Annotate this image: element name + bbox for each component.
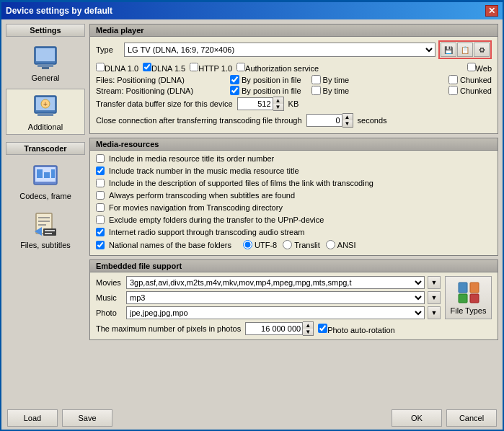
order-num-label: Include in media resource title its orde… xyxy=(109,154,274,163)
http10-label: HTTP 1.0 xyxy=(198,64,232,73)
national-names-checkbox[interactable] xyxy=(96,241,105,249)
dlna15-checkbox[interactable] xyxy=(143,63,151,71)
buffer-input[interactable] xyxy=(237,97,273,110)
ansi-radio[interactable] xyxy=(326,240,335,249)
close-spin-up[interactable]: ▲ xyxy=(342,114,353,120)
movies-browse-btn[interactable]: ▼ xyxy=(428,276,441,289)
max-pixels-spin-down[interactable]: ▼ xyxy=(303,329,313,335)
always-transcode-row[interactable]: Always perform transcoding when subtitle… xyxy=(96,191,492,200)
max-pixels-label: The maximum number of pixels in photos xyxy=(96,324,241,333)
files-chunked-label[interactable]: Chunked xyxy=(448,75,492,84)
music-row: Music mp3 ▼ xyxy=(96,291,441,304)
http10-checkbox[interactable] xyxy=(190,63,198,71)
photo-select[interactable]: jpe,jpeg,jpg,mpo xyxy=(126,306,425,319)
close-input[interactable] xyxy=(306,114,342,127)
max-pixels-spinbox-wrapper: ▲ ▼ xyxy=(245,321,314,336)
transcoder-group-label: Transcoder xyxy=(6,142,85,155)
load-button[interactable]: Load xyxy=(7,409,58,427)
ansi-radio-label[interactable]: ANSI xyxy=(326,240,356,249)
additional-icon: + xyxy=(31,92,60,121)
translit-radio[interactable] xyxy=(283,240,292,249)
description-checkbox[interactable] xyxy=(96,179,105,187)
buffer-row: Transfer data buffer size for this devic… xyxy=(96,97,492,111)
files-by-position-checkbox[interactable] xyxy=(230,75,239,84)
sidebar-item-files-subtitles[interactable]: Files, subtitles xyxy=(6,207,85,253)
encoding-radio-group: UTF-8 Translit ANSI xyxy=(243,240,356,249)
always-transcode-checkbox[interactable] xyxy=(96,191,105,200)
max-pixels-spin-up[interactable]: ▲ xyxy=(303,322,313,329)
auth-service-checkbox-label[interactable]: Authorization service xyxy=(236,63,319,73)
sidebar-item-codecs-frame[interactable]: Codecs, frame xyxy=(6,158,85,204)
svg-rect-24 xyxy=(459,294,467,303)
footer-right: OK Cancel xyxy=(392,409,497,427)
web-checkbox-label[interactable]: Web xyxy=(467,63,492,73)
dlna10-checkbox-label[interactable]: DLNA 1.0 xyxy=(96,63,138,73)
auto-rotation-label[interactable]: Photo auto-rotation xyxy=(318,324,395,334)
always-transcode-label: Always perform transcoding when subtitle… xyxy=(109,191,295,200)
order-num-checkbox[interactable] xyxy=(96,154,105,163)
exclude-empty-label: Exclude empty folders during the transfe… xyxy=(109,216,324,224)
photo-browse-btn[interactable]: ▼ xyxy=(428,306,441,319)
buffer-spin-up[interactable]: ▲ xyxy=(273,97,283,104)
media-player-title: Media player xyxy=(90,25,498,37)
type-select[interactable]: LG TV (DLNA, 16:9, 720×406) xyxy=(124,43,436,57)
titlebar: Device settings by default ✕ xyxy=(1,2,503,19)
web-label: Web xyxy=(476,64,492,73)
close-button[interactable]: ✕ xyxy=(485,5,498,17)
music-browse-btn[interactable]: ▼ xyxy=(428,291,441,304)
auto-rotation-checkbox[interactable] xyxy=(318,324,327,333)
settings-device-button[interactable]: ⚙ xyxy=(474,43,490,57)
track-num-row[interactable]: Include track number in the music media … xyxy=(96,166,492,175)
translit-radio-label[interactable]: Translit xyxy=(283,240,320,249)
exclude-empty-checkbox[interactable] xyxy=(96,216,105,224)
cancel-button[interactable]: Cancel xyxy=(446,409,497,427)
copy-button[interactable]: 📋 xyxy=(457,43,473,57)
movies-nav-checkbox[interactable] xyxy=(96,203,105,212)
description-label: Include in the description of supported … xyxy=(109,179,373,187)
stream-chunked-text: Chunked xyxy=(460,86,492,95)
track-num-checkbox[interactable] xyxy=(96,166,105,175)
svg-rect-6 xyxy=(37,113,53,116)
files-label: Files: Positioning (DLNA) xyxy=(96,76,226,84)
exclude-empty-row[interactable]: Exclude empty folders during the transfe… xyxy=(96,216,492,224)
order-num-row[interactable]: Include in media resource title its orde… xyxy=(96,154,492,163)
national-names-label: National names of the base folders xyxy=(109,241,231,249)
files-by-time-label[interactable]: By time xyxy=(311,75,350,84)
auth-service-checkbox[interactable] xyxy=(236,63,245,71)
buffer-label: Transfer data buffer size for this devic… xyxy=(96,99,233,108)
svg-rect-25 xyxy=(470,294,479,303)
dlna15-checkbox-label[interactable]: DLNA 1.5 xyxy=(143,63,185,73)
music-select[interactable]: mp3 xyxy=(126,291,425,304)
close-spin-down[interactable]: ▼ xyxy=(342,120,353,127)
footer-left: Load Save xyxy=(7,409,112,427)
max-pixels-input[interactable] xyxy=(245,322,303,335)
sidebar-item-additional[interactable]: + Additional xyxy=(6,89,85,135)
utf8-radio-label[interactable]: UTF-8 xyxy=(243,240,277,249)
right-panel: Media player Type LG TV (DLNA, 16:9, 720… xyxy=(89,24,498,402)
stream-chunked-label[interactable]: Chunked xyxy=(448,86,492,95)
stream-chunked-checkbox[interactable] xyxy=(448,86,458,95)
file-types-button[interactable]: File Types xyxy=(445,276,492,319)
save-device-button[interactable]: 💾 xyxy=(441,43,456,57)
movies-select[interactable]: 3gp,asf,avi,divx,m2ts,m4v,mkv,mov,mp4,mp… xyxy=(126,276,425,289)
stream-by-time-checkbox[interactable] xyxy=(311,86,321,95)
buffer-spin-down[interactable]: ▼ xyxy=(273,104,283,110)
web-checkbox[interactable] xyxy=(467,63,476,71)
movies-nav-row[interactable]: For movies navigation from Transcoding d… xyxy=(96,203,492,212)
utf8-radio[interactable] xyxy=(243,240,252,249)
stream-by-time-label[interactable]: By time xyxy=(311,86,350,95)
sidebar-item-general[interactable]: General xyxy=(6,40,85,86)
stream-by-position-label[interactable]: By position in file xyxy=(230,86,301,95)
files-by-position-label[interactable]: By position in file xyxy=(230,75,301,84)
internet-radio-checkbox[interactable] xyxy=(96,228,105,236)
files-chunked-checkbox[interactable] xyxy=(448,75,458,84)
dlna10-checkbox[interactable] xyxy=(96,63,105,71)
description-row[interactable]: Include in the description of supported … xyxy=(96,179,492,187)
stream-by-position-checkbox[interactable] xyxy=(230,86,239,95)
internet-radio-row[interactable]: Internet radio support through transcodi… xyxy=(96,228,492,236)
save-button[interactable]: Save xyxy=(62,409,112,427)
svg-text:+: + xyxy=(43,100,48,108)
ok-button[interactable]: OK xyxy=(392,409,442,427)
http10-checkbox-label[interactable]: HTTP 1.0 xyxy=(190,63,232,73)
files-by-time-checkbox[interactable] xyxy=(311,75,321,84)
